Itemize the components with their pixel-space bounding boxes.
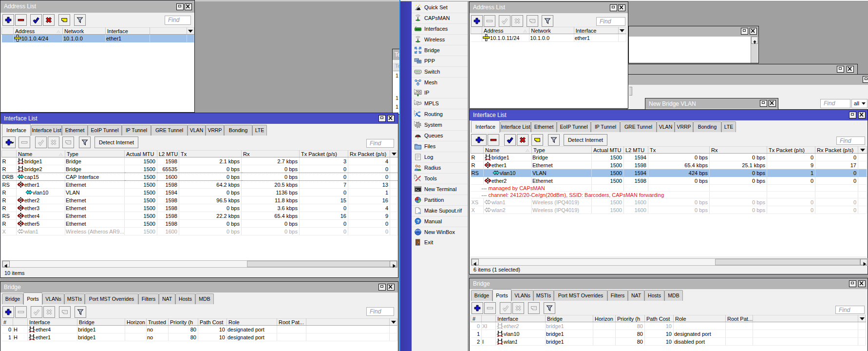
svg-text:?: ?: [416, 219, 419, 224]
